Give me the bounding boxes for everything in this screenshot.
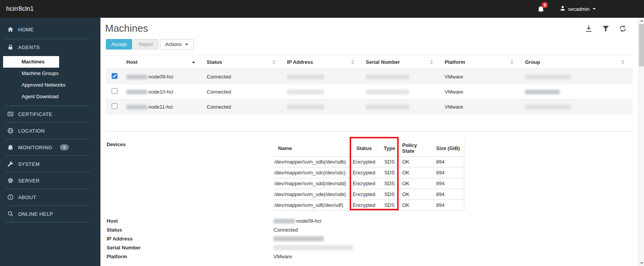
redacted-ip: [287, 105, 324, 109]
platform-cell: VMware: [442, 84, 522, 99]
sidebar-item-label: MONITORING: [18, 145, 52, 150]
device-policy-state: OK: [399, 157, 433, 167]
row-checkbox[interactable]: [112, 103, 117, 109]
column-header-serial-number[interactable]: Serial Number: [366, 59, 400, 65]
sort-icon[interactable]: [430, 60, 433, 64]
arrow-down-icon: [640, 262, 643, 264]
device-type: SDS: [380, 167, 399, 178]
device-status: Encrypted: [348, 189, 380, 200]
redacted-group: [525, 75, 571, 79]
sidebar-item-server[interactable]: SERVER: [0, 172, 100, 189]
filter-icon[interactable]: [602, 25, 610, 32]
redacted-host-prefix: [274, 219, 295, 223]
actions-dropdown-button[interactable]: Actions: [160, 39, 194, 49]
sidebar-item-certificate[interactable]: CERTIFICATE: [0, 106, 100, 122]
column-header-platform[interactable]: Platform: [445, 59, 465, 65]
sidebar-item-home[interactable]: HOME: [0, 20, 100, 39]
notifications-button[interactable]: 9: [537, 5, 544, 12]
sidebar-divider: [5, 222, 90, 222]
user-icon: [560, 5, 566, 12]
bell-icon: [7, 144, 14, 151]
field-label-ip-address: IP Address: [106, 235, 274, 243]
serial-cell: [363, 69, 442, 84]
sort-asc-icon[interactable]: [192, 61, 195, 63]
sidebar-item-online-help[interactable]: ONLINE HELP: [0, 206, 100, 222]
column-header-ip-address[interactable]: IP Address: [287, 59, 313, 65]
sidebar-item-machines[interactable]: Machines: [3, 56, 59, 68]
device-size: 894: [433, 178, 464, 189]
device-name: /dev/mapper/svm_sdf(/dev/sdf): [274, 200, 348, 211]
devices-col-type: Type: [380, 140, 399, 157]
page-title: Machines: [105, 22, 148, 34]
platform-cell: VMware: [442, 99, 522, 114]
device-size: 894: [433, 167, 464, 178]
scroll-down-button[interactable]: [639, 260, 644, 266]
machine-details: Devices Name Status Type Policy State Si…: [106, 140, 633, 261]
devices-col-size: Size (GiB): [433, 140, 464, 157]
field-value-ip-address: [274, 235, 325, 243]
certificate-icon: [7, 111, 14, 118]
ip-cell: [284, 99, 363, 114]
sidebar-item-agents[interactable]: AGENTS: [0, 39, 100, 55]
device-type: SDS: [380, 200, 399, 211]
agents-submenu: Machines Machine Groups Approved Network…: [0, 55, 100, 106]
row-checkbox[interactable]: [112, 88, 117, 94]
device-type: SDS: [380, 157, 399, 167]
lock-icon: [7, 44, 14, 51]
sidebar-item-label: SERVER: [18, 178, 40, 184]
sidebar-item-system[interactable]: SYSTEM: [0, 156, 100, 172]
accept-button[interactable]: Accept: [106, 39, 132, 49]
devices-table: Name Status Type Policy State Size (GiB)…: [274, 140, 464, 211]
redacted-serial: [366, 105, 409, 109]
download-icon[interactable]: [585, 25, 593, 32]
user-menu[interactable]: secadmin: [560, 5, 596, 12]
field-value-host: node09-hci: [274, 217, 321, 225]
scrollbar-thumb[interactable]: [639, 24, 644, 66]
redacted-group: [525, 105, 571, 109]
redacted-serial: [274, 245, 353, 250]
device-status: Encrypted: [348, 157, 380, 167]
sidebar-item-monitoring[interactable]: MONITORING 9: [0, 139, 100, 155]
field-label-platform: Platform: [106, 252, 274, 261]
device-status: Encrypted: [348, 200, 380, 211]
device-name: /dev/mapper/svm_sdc(/dev/sdc): [274, 167, 348, 178]
devices-label: Devices: [106, 140, 274, 211]
sidebar-item-about[interactable]: ABOUT: [0, 189, 100, 205]
device-policy-state: OK: [399, 189, 433, 200]
sidebar-item-agent-download[interactable]: Agent Download: [0, 91, 100, 102]
sort-icon[interactable]: [621, 60, 624, 64]
serial-cell: [363, 84, 442, 99]
app-title: hcirr8cln1: [6, 5, 34, 12]
refresh-icon[interactable]: [619, 25, 627, 32]
sidebar-item-label: ONLINE HELP: [18, 211, 53, 217]
machine-row[interactable]: node09-hci Connected VMware: [106, 69, 633, 84]
sidebar-item-label: AGENTS: [18, 44, 40, 50]
sidebar-item-machine-groups[interactable]: Machine Groups: [0, 68, 100, 79]
reject-button[interactable]: Reject: [133, 39, 158, 49]
column-header-host[interactable]: Host: [126, 59, 138, 65]
vertical-scrollbar[interactable]: [638, 18, 644, 266]
sort-icon[interactable]: [510, 60, 513, 64]
machine-row[interactable]: node11-hci Connected VMware: [106, 99, 633, 114]
column-header-group[interactable]: Group: [525, 59, 540, 65]
device-row: /dev/mapper/svm_sde(/dev/sde) Encrypted …: [274, 189, 464, 200]
ip-cell: [284, 84, 363, 99]
machine-row[interactable]: node10-hci Connected VMware: [106, 84, 633, 99]
device-status: Encrypted: [348, 178, 380, 189]
sort-icon[interactable]: [272, 60, 275, 64]
column-header-status[interactable]: Status: [207, 59, 222, 65]
notification-badge: 9: [542, 2, 548, 8]
table-empty-area: [106, 114, 633, 131]
wrench-icon: [7, 161, 14, 167]
row-checkbox[interactable]: [112, 73, 117, 79]
device-size: 894: [433, 200, 464, 211]
sidebar-item-approved-networks[interactable]: Approved Networks: [0, 79, 100, 91]
sidebar-item-location[interactable]: LOCATION: [0, 123, 100, 139]
sidebar-item-label: SYSTEM: [18, 161, 40, 167]
sort-icon[interactable]: [351, 60, 354, 64]
field-label-status: Status: [106, 226, 274, 234]
caret-down-icon: [185, 44, 188, 45]
devices-col-policy-state: Policy State: [399, 140, 433, 157]
scroll-up-button[interactable]: [639, 18, 644, 24]
home-icon: [7, 26, 14, 33]
